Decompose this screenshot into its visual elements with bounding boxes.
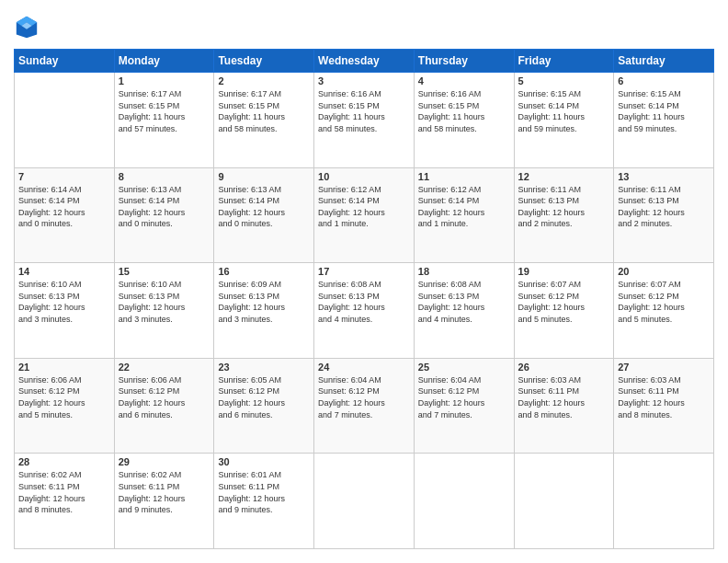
day-number: 25	[418, 362, 510, 373]
calendar-cell: 9Sunrise: 6:13 AMSunset: 6:14 PMDaylight…	[214, 167, 314, 263]
calendar-cell: 3Sunrise: 6:16 AMSunset: 6:15 PMDaylight…	[314, 73, 415, 168]
calendar-cell: 16Sunrise: 6:09 AMSunset: 6:13 PMDayligh…	[214, 263, 314, 359]
day-number: 16	[218, 266, 310, 277]
calendar-cell: 22Sunrise: 6:06 AMSunset: 6:12 PMDayligh…	[114, 358, 214, 454]
week-row-4: 28Sunrise: 6:02 AMSunset: 6:11 PMDayligh…	[15, 454, 714, 549]
day-info: Sunrise: 6:12 AMSunset: 6:14 PMDaylight:…	[418, 184, 510, 230]
weekday-header-wednesday: Wednesday	[314, 50, 415, 73]
day-info: Sunrise: 6:10 AMSunset: 6:13 PMDaylight:…	[119, 279, 210, 325]
day-number: 24	[318, 362, 410, 373]
calendar-cell: 6Sunrise: 6:15 AMSunset: 6:14 PMDaylight…	[614, 73, 714, 168]
day-number: 10	[318, 171, 410, 182]
day-info: Sunrise: 6:02 AMSunset: 6:11 PMDaylight:…	[18, 469, 110, 515]
calendar-cell: 21Sunrise: 6:06 AMSunset: 6:12 PMDayligh…	[15, 358, 115, 454]
day-info: Sunrise: 6:07 AMSunset: 6:12 PMDaylight:…	[518, 279, 610, 325]
calendar-cell: 24Sunrise: 6:04 AMSunset: 6:12 PMDayligh…	[314, 358, 415, 454]
day-number: 30	[218, 456, 310, 467]
day-number: 3	[318, 75, 410, 86]
week-row-3: 21Sunrise: 6:06 AMSunset: 6:12 PMDayligh…	[15, 358, 714, 454]
day-info: Sunrise: 6:13 AMSunset: 6:14 PMDaylight:…	[119, 184, 210, 230]
day-number: 11	[418, 171, 510, 182]
logo-icon	[14, 14, 40, 40]
day-info: Sunrise: 6:07 AMSunset: 6:12 PMDaylight:…	[618, 279, 710, 325]
day-info: Sunrise: 6:12 AMSunset: 6:14 PMDaylight:…	[318, 184, 410, 230]
day-number: 17	[318, 266, 410, 277]
calendar-cell: 4Sunrise: 6:16 AMSunset: 6:15 PMDaylight…	[414, 73, 514, 168]
day-number: 12	[518, 171, 610, 182]
day-info: Sunrise: 6:09 AMSunset: 6:13 PMDaylight:…	[218, 279, 310, 325]
day-info: Sunrise: 6:03 AMSunset: 6:11 PMDaylight:…	[618, 374, 710, 420]
day-number: 21	[18, 362, 110, 373]
day-info: Sunrise: 6:16 AMSunset: 6:15 PMDaylight:…	[418, 88, 510, 134]
day-info: Sunrise: 6:08 AMSunset: 6:13 PMDaylight:…	[318, 279, 410, 325]
day-info: Sunrise: 6:14 AMSunset: 6:14 PMDaylight:…	[18, 184, 110, 230]
day-info: Sunrise: 6:05 AMSunset: 6:12 PMDaylight:…	[218, 374, 310, 420]
calendar-cell: 18Sunrise: 6:08 AMSunset: 6:13 PMDayligh…	[414, 263, 514, 359]
header	[14, 14, 714, 40]
day-number: 28	[18, 456, 110, 467]
calendar-cell: 15Sunrise: 6:10 AMSunset: 6:13 PMDayligh…	[114, 263, 214, 359]
day-number: 20	[618, 266, 710, 277]
calendar-cell: 12Sunrise: 6:11 AMSunset: 6:13 PMDayligh…	[514, 167, 614, 263]
calendar-cell: 11Sunrise: 6:12 AMSunset: 6:14 PMDayligh…	[414, 167, 514, 263]
day-number: 5	[518, 75, 610, 86]
calendar-cell	[15, 73, 115, 168]
day-number: 1	[119, 75, 210, 86]
day-number: 26	[518, 362, 610, 373]
week-row-1: 7Sunrise: 6:14 AMSunset: 6:14 PMDaylight…	[15, 167, 714, 263]
calendar-cell: 8Sunrise: 6:13 AMSunset: 6:14 PMDaylight…	[114, 167, 214, 263]
day-number: 27	[618, 362, 710, 373]
calendar-cell: 19Sunrise: 6:07 AMSunset: 6:12 PMDayligh…	[514, 263, 614, 359]
page: SundayMondayTuesdayWednesdayThursdayFrid…	[0, 0, 728, 563]
day-number: 6	[618, 75, 710, 86]
calendar-cell: 27Sunrise: 6:03 AMSunset: 6:11 PMDayligh…	[614, 358, 714, 454]
weekday-header-sunday: Sunday	[15, 50, 115, 73]
day-info: Sunrise: 6:11 AMSunset: 6:13 PMDaylight:…	[618, 184, 710, 230]
day-info: Sunrise: 6:13 AMSunset: 6:14 PMDaylight:…	[218, 184, 310, 230]
day-info: Sunrise: 6:06 AMSunset: 6:12 PMDaylight:…	[18, 374, 110, 420]
day-info: Sunrise: 6:08 AMSunset: 6:13 PMDaylight:…	[418, 279, 510, 325]
day-info: Sunrise: 6:17 AMSunset: 6:15 PMDaylight:…	[218, 88, 310, 134]
day-number: 4	[418, 75, 510, 86]
weekday-header-tuesday: Tuesday	[214, 50, 314, 73]
weekday-header-row: SundayMondayTuesdayWednesdayThursdayFrid…	[15, 50, 714, 73]
calendar-cell: 25Sunrise: 6:04 AMSunset: 6:12 PMDayligh…	[414, 358, 514, 454]
calendar-cell: 30Sunrise: 6:01 AMSunset: 6:11 PMDayligh…	[214, 454, 314, 549]
day-info: Sunrise: 6:11 AMSunset: 6:13 PMDaylight:…	[518, 184, 610, 230]
day-number: 8	[119, 171, 210, 182]
day-info: Sunrise: 6:15 AMSunset: 6:14 PMDaylight:…	[518, 88, 610, 134]
day-number: 14	[18, 266, 110, 277]
calendar-cell	[414, 454, 514, 549]
day-info: Sunrise: 6:10 AMSunset: 6:13 PMDaylight:…	[18, 279, 110, 325]
day-info: Sunrise: 6:01 AMSunset: 6:11 PMDaylight:…	[218, 469, 310, 515]
day-info: Sunrise: 6:17 AMSunset: 6:15 PMDaylight:…	[119, 88, 210, 134]
weekday-header-friday: Friday	[514, 50, 614, 73]
calendar-cell	[314, 454, 415, 549]
calendar-cell: 10Sunrise: 6:12 AMSunset: 6:14 PMDayligh…	[314, 167, 415, 263]
week-row-0: 1Sunrise: 6:17 AMSunset: 6:15 PMDaylight…	[15, 73, 714, 168]
calendar-cell: 2Sunrise: 6:17 AMSunset: 6:15 PMDaylight…	[214, 73, 314, 168]
calendar-cell: 20Sunrise: 6:07 AMSunset: 6:12 PMDayligh…	[614, 263, 714, 359]
day-info: Sunrise: 6:16 AMSunset: 6:15 PMDaylight:…	[318, 88, 410, 134]
calendar-cell: 13Sunrise: 6:11 AMSunset: 6:13 PMDayligh…	[614, 167, 714, 263]
logo	[14, 14, 43, 40]
day-number: 23	[218, 362, 310, 373]
calendar-cell	[614, 454, 714, 549]
weekday-header-thursday: Thursday	[414, 50, 514, 73]
day-number: 19	[518, 266, 610, 277]
weekday-header-monday: Monday	[114, 50, 214, 73]
calendar-cell: 23Sunrise: 6:05 AMSunset: 6:12 PMDayligh…	[214, 358, 314, 454]
day-info: Sunrise: 6:03 AMSunset: 6:11 PMDaylight:…	[518, 374, 610, 420]
day-number: 7	[18, 171, 110, 182]
calendar-cell: 1Sunrise: 6:17 AMSunset: 6:15 PMDaylight…	[114, 73, 214, 168]
day-number: 2	[218, 75, 310, 86]
calendar-cell	[514, 454, 614, 549]
day-info: Sunrise: 6:04 AMSunset: 6:12 PMDaylight:…	[418, 374, 510, 420]
day-number: 29	[119, 456, 210, 467]
calendar-cell: 5Sunrise: 6:15 AMSunset: 6:14 PMDaylight…	[514, 73, 614, 168]
day-info: Sunrise: 6:04 AMSunset: 6:12 PMDaylight:…	[318, 374, 410, 420]
day-number: 15	[119, 266, 210, 277]
day-info: Sunrise: 6:15 AMSunset: 6:14 PMDaylight:…	[618, 88, 710, 134]
week-row-2: 14Sunrise: 6:10 AMSunset: 6:13 PMDayligh…	[15, 263, 714, 359]
day-number: 13	[618, 171, 710, 182]
